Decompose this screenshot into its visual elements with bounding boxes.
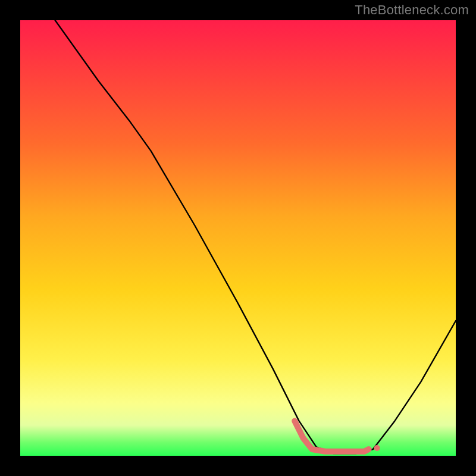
highlight-path <box>295 421 368 451</box>
chart-svg <box>20 20 456 456</box>
watermark-text: TheBottleneck.com <box>355 2 469 18</box>
curve-path <box>55 20 456 453</box>
plot-area <box>20 20 456 456</box>
chart-frame: TheBottleneck.com <box>0 0 476 476</box>
highlight-end-dot <box>374 445 380 451</box>
